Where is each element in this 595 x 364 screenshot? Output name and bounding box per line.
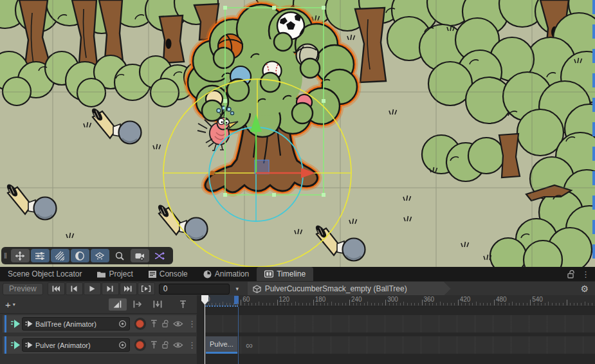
play-range-button[interactable]	[138, 282, 155, 295]
gear-icon[interactable]: ⚙	[574, 284, 595, 294]
track-header-pulver[interactable]: Pulver (Animator) ⋮	[3, 336, 196, 354]
tab-timeline[interactable]: Timeline	[257, 267, 313, 281]
step-back-icon	[71, 286, 77, 292]
animator-icon	[25, 341, 33, 349]
ruler-frame-label: 360	[424, 296, 435, 303]
shuffle-tool-button[interactable]	[151, 249, 169, 262]
timeline-body: 0 60120180240300360420480540 Pulve... ∞ …	[0, 295, 595, 364]
sliders-tool-button[interactable]	[31, 249, 50, 262]
sphere-icon	[75, 251, 85, 261]
scene-view[interactable]	[0, 0, 595, 267]
ruler-frame-label: 540	[532, 296, 543, 303]
drag-handle[interactable]: ‖	[4, 251, 8, 260]
caret-down-icon: ▾	[13, 302, 15, 307]
pin-icon	[179, 300, 187, 309]
panel-menu-icon[interactable]: ⋮	[581, 269, 590, 279]
lock-open-icon[interactable]	[162, 320, 169, 328]
shuffle-icon	[154, 251, 165, 261]
track-name: Pulver (Animator)	[35, 341, 116, 349]
track-binding-field[interactable]: Pulver (Animator)	[22, 338, 130, 352]
clock-icon	[203, 270, 212, 278]
frame-options-dropdown[interactable]: ▾	[232, 286, 243, 292]
pin-icon[interactable]	[151, 320, 158, 328]
hatch-tool-button[interactable]	[51, 249, 69, 262]
infinity-icon: ∞	[246, 336, 265, 354]
object-picker-icon[interactable]	[118, 320, 127, 328]
tab-label: Console	[160, 269, 188, 278]
mix-mode-icon	[113, 300, 122, 308]
ruler-frame-label: 480	[496, 296, 507, 303]
track-color-stripe	[5, 315, 6, 332]
eye-icon[interactable]	[173, 341, 183, 349]
previous-frame-button[interactable]	[66, 282, 83, 295]
goto-end-button[interactable]	[120, 282, 137, 295]
track-menu-icon[interactable]: ⋮	[188, 340, 196, 350]
timeline-toolbar: Preview ▾	[0, 281, 595, 296]
breadcrumb-label: PulverCucumberSmack_empty (BallTree)	[265, 284, 407, 293]
edit-mode-replace-button[interactable]	[149, 298, 167, 311]
play-icon	[89, 286, 95, 292]
tab-animation[interactable]: Animation	[196, 267, 257, 281]
search-icon	[114, 251, 125, 261]
tab-label: Project	[109, 269, 133, 278]
ruler-frame-label: 180	[315, 296, 326, 303]
tab-label: Animation	[215, 269, 249, 278]
timeline-ruler[interactable]: 0 60120180240300360420480540	[205, 295, 595, 307]
track-header-balltree[interactable]: BallTree (Animator) ⋮	[3, 315, 196, 332]
ruler-frame-label: 240	[351, 296, 362, 303]
track-header-toolbar: + ▾	[0, 295, 197, 314]
next-frame-button[interactable]	[102, 282, 119, 295]
edit-mode-mix-button[interactable]	[109, 298, 127, 311]
timeline-track-headers: + ▾	[0, 295, 197, 364]
move-tool-button[interactable]	[11, 249, 30, 262]
animation-clip[interactable]: Pulve...	[206, 336, 237, 354]
lock-open-icon[interactable]	[567, 270, 575, 278]
search-tool-button[interactable]	[111, 249, 129, 262]
ruler-frame-label: 300	[387, 296, 398, 303]
sliders-icon	[35, 251, 45, 261]
ripple-mode-icon	[133, 300, 142, 308]
edit-mode-ripple-button[interactable]	[129, 298, 147, 311]
layers-tool-button[interactable]	[91, 249, 109, 262]
pin-icon[interactable]	[151, 341, 158, 349]
add-track-button[interactable]: + ▾	[5, 299, 15, 310]
timeline-content[interactable]: 0 60120180240300360420480540 Pulve... ∞	[205, 295, 595, 364]
breadcrumb-bar: PulverCucumberSmack_empty (BallTree) ⚙	[248, 282, 595, 296]
animation-track-icon	[10, 319, 21, 329]
frame-number-input[interactable]	[159, 284, 230, 295]
hatch-icon	[55, 251, 65, 261]
breadcrumb[interactable]: PulverCucumberSmack_empty (BallTree)	[248, 282, 451, 296]
ruler-frame-label: 420	[460, 296, 471, 303]
step-forward-icon	[107, 286, 113, 292]
play-button[interactable]	[84, 282, 101, 295]
folder-icon	[97, 271, 105, 278]
unity-editor-window: ‖	[0, 0, 595, 364]
camera-tool-button[interactable]	[131, 249, 149, 262]
record-button[interactable]	[134, 318, 146, 330]
tab-project[interactable]: Project	[89, 267, 140, 281]
move-icon	[15, 251, 25, 261]
pin-markers-button[interactable]	[174, 298, 192, 311]
goto-start-button[interactable]	[48, 282, 65, 295]
tab-console[interactable]: Console	[141, 267, 196, 281]
track-lane-balltree[interactable]	[205, 315, 595, 332]
sphere-tool-button[interactable]	[71, 249, 89, 262]
track-binding-field[interactable]: BallTree (Animator)	[22, 317, 130, 331]
track-color-stripe	[5, 336, 6, 354]
tab-label: Timeline	[277, 269, 306, 278]
tab-scene-object-locator[interactable]: Scene Object Locator	[0, 267, 89, 281]
trunk-knot-1	[166, 39, 172, 49]
track-name: BallTree (Animator)	[35, 320, 116, 328]
track-menu-icon[interactable]: ⋮	[188, 319, 196, 329]
preview-toggle[interactable]: Preview	[3, 283, 43, 295]
record-icon	[136, 341, 144, 349]
animation-track-icon	[10, 340, 21, 350]
skip-end-icon	[124, 286, 132, 292]
object-picker-icon[interactable]	[118, 341, 127, 349]
lock-open-icon[interactable]	[162, 341, 169, 349]
record-button[interactable]	[134, 339, 146, 351]
clip-label: Pulve...	[210, 340, 233, 348]
eye-icon[interactable]	[173, 320, 183, 327]
cube-icon	[253, 285, 261, 293]
tab-label: Scene Object Locator	[8, 269, 82, 278]
